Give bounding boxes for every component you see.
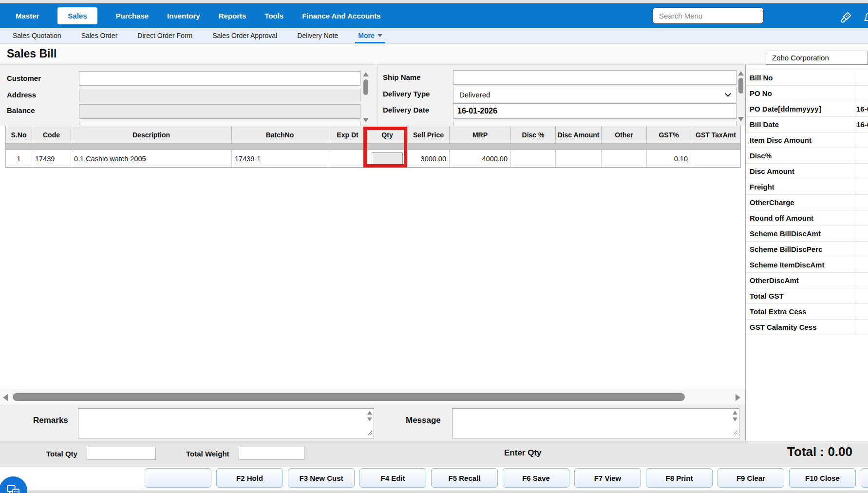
f3-new-cust-button[interactable]: F3 New Cust (288, 468, 355, 488)
menu-item-master[interactable]: Master (16, 12, 39, 20)
cell-disc-amount[interactable] (556, 150, 602, 167)
scroll-right-icon[interactable] (736, 394, 740, 401)
f2-hold-button[interactable]: F2 Hold (216, 468, 283, 488)
cell-code[interactable]: 17439 (32, 150, 71, 167)
row-value[interactable] (854, 242, 868, 257)
total-weight-input[interactable] (239, 447, 304, 460)
row-value[interactable] (854, 70, 868, 85)
cell-disc-pct[interactable] (511, 150, 556, 167)
row-value[interactable] (854, 304, 868, 319)
cell-mrp[interactable]: 4000.00 (450, 150, 511, 167)
menu-item-inventory[interactable]: Inventory (167, 12, 200, 20)
col-header-gst-taxamt: GST TaxAmt (691, 126, 740, 144)
row-value[interactable] (854, 164, 868, 179)
menu-item-sales-selected[interactable]: Sales (57, 7, 97, 24)
delivery-type-select[interactable]: Delivered (453, 87, 736, 102)
row-value[interactable] (854, 86, 868, 101)
page-title: Sales Bill (7, 47, 57, 60)
summary-row-otherdiscamt: OtherDiscAmt (746, 273, 868, 288)
delivery-date-input[interactable] (453, 103, 736, 119)
subnav-more-dropdown[interactable]: More (358, 28, 382, 43)
row-value[interactable] (854, 226, 868, 241)
message-textarea-box (452, 408, 739, 438)
delivery-type-value: Delivered (459, 91, 490, 99)
row-value[interactable]: 16-0 (854, 101, 868, 116)
f1-button[interactable] (145, 468, 211, 488)
scroll-up-icon[interactable] (733, 411, 737, 415)
row-label: PO No (746, 86, 854, 101)
f7-view-button[interactable]: F7 View (574, 468, 641, 488)
subnav-direct-order-form[interactable]: Direct Order Form (137, 32, 192, 39)
summary-row-scheme-billdiscperc: Scheme BillDiscPerc (746, 242, 868, 257)
menu-item-purchase[interactable]: Purchase (116, 12, 149, 20)
cell-other[interactable] (602, 150, 647, 167)
theme-paintbrush-icon[interactable] (839, 10, 853, 26)
row-value[interactable] (854, 273, 868, 288)
subnav-delivery-note[interactable]: Delivery Note (297, 32, 338, 39)
bill-summary-panel: Bill No PO No PO Date[ddmmyyyy]16-0 Bill… (745, 65, 868, 441)
search-menu-input[interactable] (652, 7, 764, 24)
scroll-down-icon[interactable] (367, 417, 372, 421)
row-value[interactable] (854, 288, 868, 303)
menu-item-reports[interactable]: Reports (219, 12, 246, 20)
right-form-scrollbar[interactable] (737, 70, 744, 122)
scroll-down-icon[interactable] (738, 117, 744, 121)
qty-input[interactable] (372, 152, 403, 165)
summary-row-total-extra-cess: Total Extra Cess (746, 304, 868, 320)
message-textarea[interactable] (453, 409, 739, 438)
main-menu-bar: Master Sales Purchase Inventory Reports … (0, 3, 868, 28)
f8-print-button[interactable]: F8 Print (646, 468, 713, 488)
f4-edit-button[interactable]: F4 Edit (359, 468, 426, 488)
row-value[interactable] (854, 320, 868, 335)
row-value[interactable] (854, 148, 868, 163)
customer-label: Customer (7, 74, 41, 82)
cell-batchno[interactable]: 17439-1 (232, 150, 328, 167)
f6-save-button[interactable]: F6 Save (503, 468, 569, 488)
cell-description[interactable]: 0.1 Cashio watch 2005 (71, 150, 232, 167)
menu-item-finance-and-accounts[interactable]: Finance And Accounts (302, 12, 380, 20)
cell-sno[interactable]: 1 (6, 150, 32, 167)
notification-icon-partial[interactable] (863, 11, 868, 26)
scroll-up-icon[interactable] (363, 72, 369, 76)
ship-name-input[interactable] (453, 70, 736, 85)
sales-subnav: Sales Quotation Sales Order Direct Order… (0, 28, 868, 44)
cell-sell-price[interactable]: 3000.00 (408, 150, 450, 167)
row-value[interactable] (854, 257, 868, 272)
chat-bubbles-icon (6, 484, 20, 493)
subnav-sales-order-approval[interactable]: Sales Order Approval (212, 32, 277, 39)
summary-row-freight: Freight (746, 179, 868, 195)
row-value[interactable] (854, 195, 868, 210)
left-form-scrollbar[interactable] (362, 71, 369, 123)
row-value[interactable] (854, 133, 868, 148)
subnav-sales-quotation[interactable]: Sales Quotation (13, 32, 61, 39)
f10-close-button[interactable]: F10 Close (789, 468, 856, 488)
customer-input[interactable] (79, 71, 360, 86)
menu-item-tools[interactable]: Tools (264, 12, 283, 20)
partial-button[interactable] (861, 468, 868, 488)
cell-gst-pct[interactable]: 0.10 (647, 150, 691, 167)
scroll-thumb[interactable] (363, 79, 368, 95)
scroll-up-icon[interactable] (738, 71, 744, 76)
f5-recall-button[interactable]: F5 Recall (431, 468, 498, 488)
cell-expdt[interactable] (328, 150, 367, 167)
f9-clear-button[interactable]: F9 Clear (717, 468, 784, 488)
total-qty-input[interactable] (87, 447, 156, 460)
grand-total: Total : 0.00 (750, 444, 852, 459)
scroll-thumb[interactable] (738, 78, 743, 94)
scroll-down-icon[interactable] (733, 417, 737, 421)
remarks-textarea[interactable] (78, 409, 374, 438)
row-label: Round off Amount (746, 210, 854, 226)
row-value[interactable] (854, 179, 868, 194)
row-value[interactable] (854, 210, 868, 226)
horizontal-scroll-thumb[interactable] (13, 393, 685, 401)
scroll-down-icon[interactable] (363, 118, 369, 122)
row-value[interactable]: 16-0 (854, 117, 868, 132)
delivery-type-label: Delivery Type (383, 90, 430, 98)
company-name-box[interactable]: Zoho Corporation (766, 51, 868, 65)
cell-gst-taxamt[interactable] (691, 150, 740, 167)
scroll-left-icon[interactable] (3, 394, 8, 401)
subnav-sales-order[interactable]: Sales Order (81, 32, 118, 39)
scroll-up-icon[interactable] (367, 411, 372, 415)
resize-grip-icon[interactable] (368, 428, 373, 437)
resize-grip-icon[interactable] (733, 428, 738, 437)
